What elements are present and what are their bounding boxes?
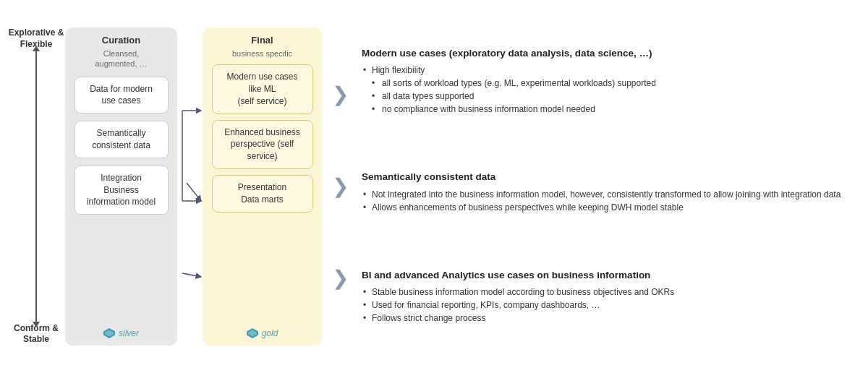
diagram-container: Explorative &Flexible Conform &Stable Cu…: [7, 6, 861, 367]
use-case-block-3: BI and advanced Analytics use cases on b…: [362, 269, 861, 325]
silver-card-3: IntegrationBusiness information model: [75, 166, 169, 215]
silver-card-1: Data for modern use cases: [75, 77, 169, 114]
gold-box: Final business specific Modern use cases…: [203, 27, 322, 346]
gold-card-1: Modern use cases like ML(self service): [212, 64, 313, 113]
axis-line: [35, 50, 37, 323]
gold-footer-text: gold: [262, 328, 278, 338]
use-case-title-1: Modern use cases (exploratory data analy…: [362, 47, 861, 60]
chevron-1: ❯: [332, 85, 349, 105]
bullet-1-1: High flexibility: [362, 64, 861, 77]
gold-logo-icon: [247, 328, 258, 338]
bullet-2-2: Allows enhancements of business perspect…: [362, 201, 861, 214]
use-case-title-3: BI and advanced Analytics use cases on b…: [362, 269, 861, 282]
silver-footer-text: silver: [119, 328, 139, 338]
gold-subtitle: business specific: [232, 48, 292, 59]
svg-line-5: [187, 183, 201, 201]
arrows-section: ❯ ❯ ❯: [322, 49, 358, 324]
silver-title: Curation: [102, 35, 140, 46]
bullet-1-4: no compliance with business information …: [362, 103, 861, 116]
svg-line-6: [182, 273, 201, 277]
bullet-3-1: Stable business information model accord…: [362, 286, 861, 299]
bullet-2-1: Not integrated into the business informa…: [362, 188, 861, 201]
silver-box: Curation Cleansed,augmented, … Data for …: [65, 27, 177, 346]
use-case-title-2: Semantically consistent data: [362, 171, 861, 184]
gold-card-3: PresentationData marts: [212, 175, 313, 213]
silver-footer: silver: [103, 328, 139, 338]
axis-arrow: [35, 50, 37, 323]
gold-title: Final: [251, 35, 273, 46]
bullet-3-3: Follows strict change process: [362, 312, 861, 325]
use-case-block-1: Modern use cases (exploratory data analy…: [362, 47, 861, 116]
axis-label: Explorative &Flexible Conform &Stable: [7, 27, 65, 346]
use-case-bullets-1: High flexibility all sorts of workload t…: [362, 64, 861, 116]
silver-logo-icon: [103, 328, 115, 338]
bullet-3-2: Used for financial reporting, KPIs, comp…: [362, 299, 861, 312]
gold-card-2: Enhanced business perspective (self serv…: [212, 120, 313, 169]
bullet-1-2: all sorts of workload types (e.g. ML, ex…: [362, 77, 861, 90]
chevron-3: ❯: [332, 268, 349, 288]
silver-subtitle: Cleansed,augmented, …: [95, 48, 147, 69]
silver-card-2: Semantically consistent data: [75, 121, 169, 158]
use-case-bullets-3: Stable business information model accord…: [362, 286, 861, 325]
chevron-2: ❯: [332, 176, 349, 197]
right-text-section: Modern use cases (exploratory data analy…: [358, 20, 861, 353]
bullet-1-3: all data types supported: [362, 90, 861, 103]
use-case-bullets-2: Not integrated into the business informa…: [362, 188, 861, 214]
silver-to-gold-arrows: [181, 27, 203, 346]
use-case-block-2: Semantically consistent data Not integra…: [362, 171, 861, 214]
gold-footer: gold: [247, 328, 278, 338]
